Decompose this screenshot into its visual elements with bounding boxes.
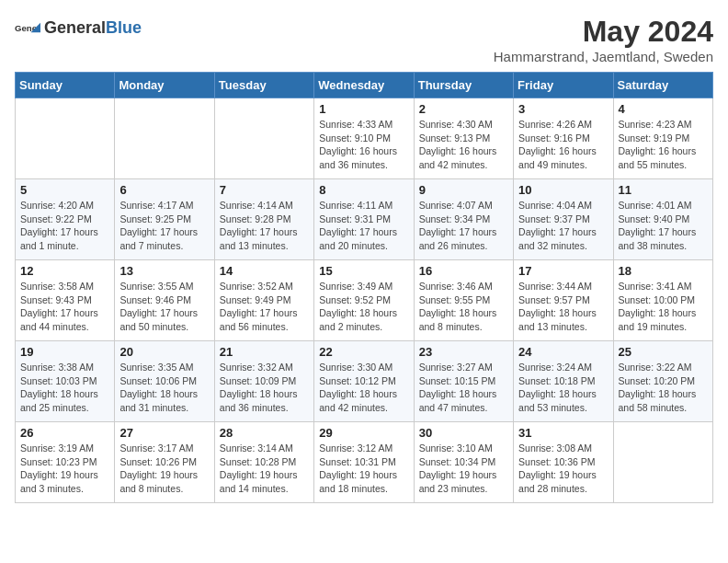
- day-info: Sunrise: 4:26 AM Sunset: 9:16 PM Dayligh…: [518, 118, 608, 172]
- day-of-week-thursday: Thursday: [414, 73, 513, 98]
- day-info: Sunrise: 3:38 AM Sunset: 10:03 PM Daylig…: [20, 361, 109, 415]
- title-area: May 2024 Hammarstrand, Jaemtland, Sweden: [494, 15, 713, 64]
- calendar-week-4: 19Sunrise: 3:38 AM Sunset: 10:03 PM Dayl…: [16, 341, 713, 422]
- day-number: 26: [20, 426, 109, 440]
- calendar-cell: 18Sunrise: 3:41 AM Sunset: 10:00 PM Dayl…: [613, 260, 712, 341]
- day-info: Sunrise: 3:17 AM Sunset: 10:26 PM Daylig…: [119, 442, 209, 496]
- day-of-week-friday: Friday: [514, 73, 613, 98]
- calendar-cell: 17Sunrise: 3:44 AM Sunset: 9:57 PM Dayli…: [514, 260, 613, 341]
- day-info: Sunrise: 3:49 AM Sunset: 9:52 PM Dayligh…: [319, 280, 408, 334]
- calendar-cell: 27Sunrise: 3:17 AM Sunset: 10:26 PM Dayl…: [115, 422, 214, 503]
- day-number: 5: [20, 183, 109, 197]
- calendar-cell: 12Sunrise: 3:58 AM Sunset: 9:43 PM Dayli…: [16, 260, 115, 341]
- calendar-week-3: 12Sunrise: 3:58 AM Sunset: 9:43 PM Dayli…: [16, 260, 713, 341]
- day-info: Sunrise: 3:12 AM Sunset: 10:31 PM Daylig…: [319, 442, 408, 496]
- day-number: 10: [518, 183, 608, 197]
- calendar-week-2: 5Sunrise: 4:20 AM Sunset: 9:22 PM Daylig…: [16, 179, 713, 260]
- day-number: 31: [518, 426, 608, 440]
- calendar-cell: 13Sunrise: 3:55 AM Sunset: 9:46 PM Dayli…: [115, 260, 214, 341]
- day-number: 16: [419, 264, 508, 278]
- calendar-cell: 26Sunrise: 3:19 AM Sunset: 10:23 PM Dayl…: [16, 422, 115, 503]
- calendar-cell: 7Sunrise: 4:14 AM Sunset: 9:28 PM Daylig…: [214, 179, 313, 260]
- day-info: Sunrise: 4:33 AM Sunset: 9:10 PM Dayligh…: [319, 118, 408, 172]
- calendar-cell: 4Sunrise: 4:23 AM Sunset: 9:19 PM Daylig…: [613, 98, 712, 179]
- calendar-cell: 16Sunrise: 3:46 AM Sunset: 9:55 PM Dayli…: [414, 260, 513, 341]
- day-info: Sunrise: 4:30 AM Sunset: 9:13 PM Dayligh…: [419, 118, 508, 172]
- day-of-week-wednesday: Wednesday: [314, 73, 414, 98]
- day-number: 22: [319, 345, 408, 359]
- day-number: 17: [518, 264, 608, 278]
- day-number: 9: [419, 183, 508, 197]
- day-info: Sunrise: 3:46 AM Sunset: 9:55 PM Dayligh…: [419, 280, 508, 334]
- day-info: Sunrise: 3:41 AM Sunset: 10:00 PM Daylig…: [619, 280, 708, 334]
- day-info: Sunrise: 3:30 AM Sunset: 10:12 PM Daylig…: [319, 361, 408, 415]
- logo-general-text: General: [44, 18, 106, 37]
- day-info: Sunrise: 3:14 AM Sunset: 10:28 PM Daylig…: [220, 442, 309, 496]
- day-info: Sunrise: 4:01 AM Sunset: 9:40 PM Dayligh…: [619, 199, 708, 253]
- calendar-cell: 28Sunrise: 3:14 AM Sunset: 10:28 PM Dayl…: [214, 422, 313, 503]
- calendar-cell: 30Sunrise: 3:10 AM Sunset: 10:34 PM Dayl…: [414, 422, 513, 503]
- day-info: Sunrise: 3:52 AM Sunset: 9:49 PM Dayligh…: [220, 280, 309, 334]
- day-number: 7: [220, 183, 309, 197]
- calendar-cell: 8Sunrise: 4:11 AM Sunset: 9:31 PM Daylig…: [314, 179, 414, 260]
- day-number: 14: [220, 264, 309, 278]
- day-number: 24: [518, 345, 608, 359]
- day-info: Sunrise: 4:14 AM Sunset: 9:28 PM Dayligh…: [220, 199, 309, 253]
- day-number: 19: [20, 345, 109, 359]
- day-number: 28: [220, 426, 309, 440]
- day-info: Sunrise: 3:32 AM Sunset: 10:09 PM Daylig…: [220, 361, 309, 415]
- day-info: Sunrise: 4:23 AM Sunset: 9:19 PM Dayligh…: [619, 118, 708, 172]
- day-of-week-monday: Monday: [115, 73, 214, 98]
- calendar-week-1: 1Sunrise: 4:33 AM Sunset: 9:10 PM Daylig…: [16, 98, 713, 179]
- calendar-cell: [16, 98, 115, 179]
- day-number: 18: [619, 264, 708, 278]
- calendar-table: SundayMondayTuesdayWednesdayThursdayFrid…: [15, 72, 713, 503]
- calendar-cell: 5Sunrise: 4:20 AM Sunset: 9:22 PM Daylig…: [16, 179, 115, 260]
- day-number: 1: [319, 102, 408, 116]
- day-number: 2: [419, 102, 508, 116]
- day-number: 12: [20, 264, 109, 278]
- calendar-cell: 10Sunrise: 4:04 AM Sunset: 9:37 PM Dayli…: [514, 179, 613, 260]
- day-info: Sunrise: 4:20 AM Sunset: 9:22 PM Dayligh…: [20, 199, 109, 253]
- calendar-cell: 2Sunrise: 4:30 AM Sunset: 9:13 PM Daylig…: [414, 98, 513, 179]
- calendar-cell: 19Sunrise: 3:38 AM Sunset: 10:03 PM Dayl…: [16, 341, 115, 422]
- day-info: Sunrise: 3:10 AM Sunset: 10:34 PM Daylig…: [419, 442, 508, 496]
- calendar-cell: [613, 422, 712, 503]
- day-info: Sunrise: 3:27 AM Sunset: 10:15 PM Daylig…: [419, 361, 508, 415]
- day-info: Sunrise: 3:24 AM Sunset: 10:18 PM Daylig…: [518, 361, 608, 415]
- logo-icon: General: [15, 15, 40, 40]
- calendar-cell: 20Sunrise: 3:35 AM Sunset: 10:06 PM Dayl…: [115, 341, 214, 422]
- day-of-week-sunday: Sunday: [16, 73, 115, 98]
- calendar-cell: 25Sunrise: 3:22 AM Sunset: 10:20 PM Dayl…: [613, 341, 712, 422]
- month-title: May 2024: [494, 15, 713, 49]
- logo: General GeneralBlue: [15, 15, 142, 40]
- day-number: 15: [319, 264, 408, 278]
- day-of-week-saturday: Saturday: [613, 73, 712, 98]
- day-info: Sunrise: 4:07 AM Sunset: 9:34 PM Dayligh…: [419, 199, 508, 253]
- day-info: Sunrise: 3:22 AM Sunset: 10:20 PM Daylig…: [619, 361, 708, 415]
- calendar-cell: [214, 98, 313, 179]
- day-number: 6: [119, 183, 209, 197]
- location-subtitle: Hammarstrand, Jaemtland, Sweden: [494, 49, 713, 64]
- calendar-week-5: 26Sunrise: 3:19 AM Sunset: 10:23 PM Dayl…: [16, 422, 713, 503]
- calendar-cell: 21Sunrise: 3:32 AM Sunset: 10:09 PM Dayl…: [214, 341, 313, 422]
- day-info: Sunrise: 4:17 AM Sunset: 9:25 PM Dayligh…: [119, 199, 209, 253]
- calendar-cell: 29Sunrise: 3:12 AM Sunset: 10:31 PM Dayl…: [314, 422, 414, 503]
- day-info: Sunrise: 3:19 AM Sunset: 10:23 PM Daylig…: [20, 442, 109, 496]
- day-number: 8: [319, 183, 408, 197]
- calendar-cell: 23Sunrise: 3:27 AM Sunset: 10:15 PM Dayl…: [414, 341, 513, 422]
- day-number: 29: [319, 426, 408, 440]
- calendar-cell: 24Sunrise: 3:24 AM Sunset: 10:18 PM Dayl…: [514, 341, 613, 422]
- day-number: 23: [419, 345, 508, 359]
- day-of-week-tuesday: Tuesday: [214, 73, 313, 98]
- day-number: 30: [419, 426, 508, 440]
- day-info: Sunrise: 3:08 AM Sunset: 10:36 PM Daylig…: [518, 442, 608, 496]
- day-info: Sunrise: 3:35 AM Sunset: 10:06 PM Daylig…: [119, 361, 209, 415]
- day-number: 4: [619, 102, 708, 116]
- day-info: Sunrise: 4:04 AM Sunset: 9:37 PM Dayligh…: [518, 199, 608, 253]
- day-info: Sunrise: 3:55 AM Sunset: 9:46 PM Dayligh…: [119, 280, 209, 334]
- day-number: 25: [619, 345, 708, 359]
- logo-blue-text: Blue: [106, 18, 142, 37]
- calendar-cell: 22Sunrise: 3:30 AM Sunset: 10:12 PM Dayl…: [314, 341, 414, 422]
- calendar-cell: 6Sunrise: 4:17 AM Sunset: 9:25 PM Daylig…: [115, 179, 214, 260]
